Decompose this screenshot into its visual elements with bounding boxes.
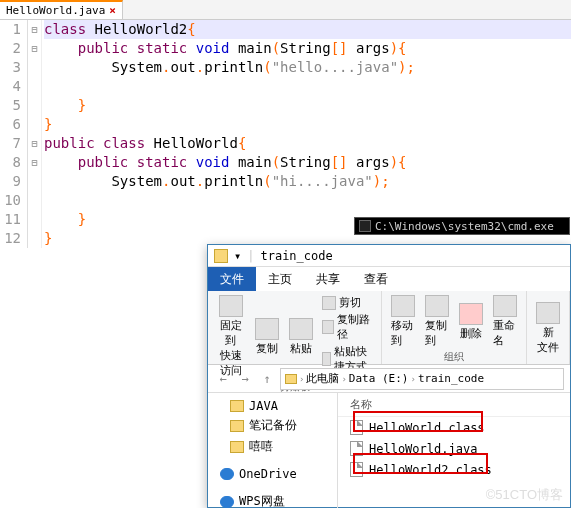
tree-misc[interactable]: 嘻嘻: [208, 436, 337, 457]
cmd-window[interactable]: C:\Windows\system32\cmd.exe: [354, 217, 570, 235]
copyto-button[interactable]: 复制到: [422, 294, 452, 349]
folder-tree: JAVA 笔记备份 嘻嘻 OneDrive WPS网盘: [208, 393, 338, 508]
cmd-icon: [359, 220, 371, 232]
paste-icon: [289, 318, 313, 340]
file-row[interactable]: HelloWorld2.class: [338, 459, 570, 480]
tree-java[interactable]: JAVA: [208, 397, 337, 415]
organize-group-label: 组织: [388, 349, 520, 364]
folder-icon: [214, 249, 228, 263]
cmd-title: C:\Windows\system32\cmd.exe: [375, 220, 554, 233]
tab-view[interactable]: 查看: [352, 267, 400, 291]
paste-button[interactable]: 粘贴: [286, 294, 316, 379]
cut-button[interactable]: 剪切: [320, 294, 375, 311]
tree-wps[interactable]: WPS网盘: [208, 491, 337, 508]
down-icon[interactable]: ▾: [234, 249, 241, 263]
tree-notes[interactable]: 笔记备份: [208, 415, 337, 436]
column-header-name[interactable]: 名称: [338, 393, 570, 417]
pin-icon: [219, 295, 243, 317]
folder-icon: [230, 441, 244, 453]
breadcrumb[interactable]: › 此电脑 › Data (E:) › train_code: [280, 368, 564, 390]
explorer-title: train_code: [260, 249, 332, 263]
shortcut-icon: [322, 352, 331, 366]
editor-tab-bar: HelloWorld.java ×: [0, 0, 571, 20]
file-icon: [350, 462, 363, 477]
folder-icon: [230, 420, 244, 432]
watermark: ©51CTO博客: [486, 486, 563, 504]
up-icon[interactable]: ↑: [258, 370, 276, 388]
ribbon: 固定到 快速访问 复制 粘贴 剪切 复制路径 粘贴快捷方式 剪贴板 移动到 复制…: [208, 291, 570, 365]
file-icon: [350, 420, 363, 435]
tree-onedrive[interactable]: OneDrive: [208, 465, 337, 483]
rename-icon: [493, 295, 517, 317]
copyto-icon: [425, 295, 449, 317]
explorer-titlebar[interactable]: ▾ | train_code: [208, 245, 570, 267]
file-icon: [350, 441, 363, 456]
tab-file[interactable]: 文件: [208, 267, 256, 291]
line-gutter: 123 456 789 101112: [0, 20, 28, 248]
moveto-icon: [391, 295, 415, 317]
code-content[interactable]: class HelloWorld2{ public static void ma…: [42, 20, 571, 248]
cloud-icon: [220, 468, 234, 480]
ribbon-tabs: 文件 主页 共享 查看: [208, 267, 570, 291]
file-row[interactable]: HelloWorld.class: [338, 417, 570, 438]
close-icon[interactable]: ×: [109, 4, 116, 17]
folder-icon: [230, 400, 244, 412]
crumb-thispc[interactable]: 此电脑: [306, 371, 339, 386]
folder-icon: [285, 374, 297, 384]
copy-button[interactable]: 复制: [252, 294, 282, 379]
rename-button[interactable]: 重命名: [490, 294, 520, 349]
file-row[interactable]: HelloWorld.java: [338, 438, 570, 459]
tab-filename: HelloWorld.java: [6, 4, 105, 17]
code-editor[interactable]: 123 456 789 101112 ⊟⊟ ⊟⊟ class HelloWorl…: [0, 20, 571, 248]
delete-icon: [459, 303, 483, 325]
copy-icon: [255, 318, 279, 340]
crumb-drive[interactable]: Data (E:): [349, 372, 409, 385]
back-icon[interactable]: ←: [214, 370, 232, 388]
delete-button[interactable]: 删除: [456, 294, 486, 349]
path-icon: [322, 320, 334, 334]
tab-home[interactable]: 主页: [256, 267, 304, 291]
fold-column: ⊟⊟ ⊟⊟: [28, 20, 42, 248]
moveto-button[interactable]: 移动到: [388, 294, 418, 349]
crumb-folder[interactable]: train_code: [418, 372, 484, 385]
file-explorer-window: ▾ | train_code 文件 主页 共享 查看 固定到 快速访问 复制 粘…: [207, 244, 571, 508]
cut-icon: [322, 296, 336, 310]
new-icon: [536, 302, 560, 324]
file-tab[interactable]: HelloWorld.java ×: [0, 0, 123, 19]
cloud-icon: [220, 496, 234, 508]
tab-share[interactable]: 共享: [304, 267, 352, 291]
copypath-button[interactable]: 复制路径: [320, 311, 375, 343]
pin-button[interactable]: 固定到 快速访问: [214, 294, 248, 379]
forward-icon[interactable]: →: [236, 370, 254, 388]
new-button[interactable]: 新 文件: [533, 294, 563, 363]
